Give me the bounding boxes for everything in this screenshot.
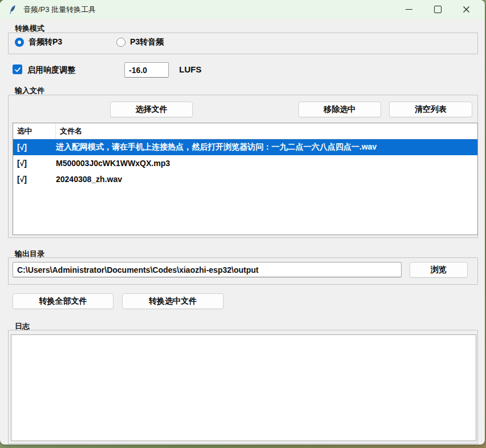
radio-p3-to-audio[interactable]: P3转音频: [116, 37, 164, 47]
lufs-unit-label: LUFS: [179, 64, 201, 74]
file-list-table: 选中 文件名 [√] 进入配网模式，请在手机上连接热点，然后打开浏览器访问：一九…: [13, 123, 478, 235]
close-button[interactable]: [452, 0, 480, 19]
window-controls: [395, 0, 480, 19]
radio-selected-icon: [15, 38, 24, 47]
clear-list-button[interactable]: 清空列表: [389, 102, 472, 118]
loudness-checkbox[interactable]: [13, 64, 22, 74]
header-filename-column[interactable]: 文件名: [56, 123, 477, 139]
remove-selected-button[interactable]: 移除选中: [298, 102, 381, 118]
radio-audio-to-p3[interactable]: 音频转P3: [15, 37, 62, 47]
maximize-icon: [434, 6, 442, 13]
row-filename: 20240308_zh.wav: [56, 175, 477, 184]
row-check-mark: [√]: [13, 175, 56, 184]
row-check-mark: [√]: [13, 143, 56, 152]
browse-button[interactable]: 浏览: [410, 262, 468, 278]
window-title: 音频/P3 批量转换工具: [23, 5, 96, 15]
row-filename: 进入配网模式，请在手机上连接热点，然后打开浏览器访问：一九二点一六八点四点一.w…: [56, 142, 477, 152]
table-row[interactable]: [√] 进入配网模式，请在手机上连接热点，然后打开浏览器访问：一九二点一六八点四…: [13, 139, 477, 155]
title-bar: 音频/P3 批量转换工具: [0, 0, 485, 19]
convert-selected-button[interactable]: 转换选中文件: [122, 293, 224, 309]
app-window: 音频/P3 批量转换工具 转换模式 音频转P3 P3转音频: [0, 0, 485, 445]
radio-audio-to-p3-label: 音频转P3: [29, 37, 62, 47]
convert-all-button[interactable]: 转换全部文件: [13, 293, 114, 309]
mode-group-box: [8, 33, 478, 54]
row-filename: M500003J0cWK1WWxQX.mp3: [56, 159, 477, 168]
file-list-header[interactable]: 选中 文件名: [13, 123, 477, 139]
check-icon: [14, 66, 21, 73]
log-text-area: [11, 334, 476, 441]
lufs-input[interactable]: [124, 62, 169, 78]
close-icon: [463, 6, 470, 13]
python-feather-icon: [7, 5, 18, 15]
output-path-input[interactable]: [13, 262, 402, 277]
maximize-button[interactable]: [423, 0, 452, 19]
table-row[interactable]: [√] 20240308_zh.wav: [13, 171, 477, 187]
loudness-checkbox-label: 启用响度调整: [27, 65, 75, 75]
header-checked-column[interactable]: 选中: [13, 123, 56, 139]
minimize-icon: [406, 9, 412, 10]
row-check-mark: [√]: [13, 159, 56, 168]
radio-p3-to-audio-label: P3转音频: [130, 37, 164, 47]
select-files-button[interactable]: 选择文件: [110, 102, 193, 118]
table-row[interactable]: [√] M500003J0cWK1WWxQX.mp3: [13, 155, 477, 171]
minimize-button[interactable]: [395, 0, 423, 19]
radio-unselected-icon: [116, 38, 125, 47]
